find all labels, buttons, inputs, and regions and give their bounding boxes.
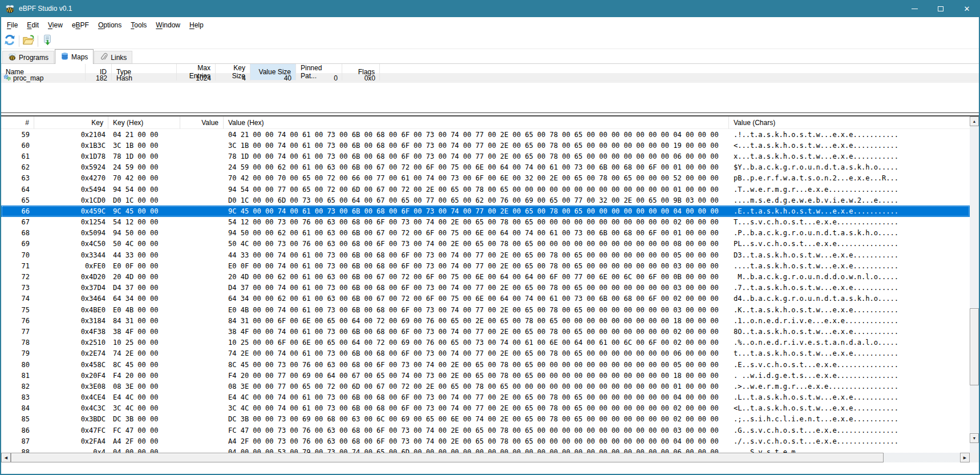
cell-value-chars: .E..s.v.c.h.o.s.t...e.x.e............... xyxy=(729,361,970,369)
entry-row-61[interactable]: 610x1D7878 1D 00 0078 1D 00 00 74 00 61 … xyxy=(1,151,970,162)
cell-key-hex: E0 0F 00 00 xyxy=(108,262,180,270)
entry-row-84[interactable]: 840x4C3C3C 4C 00 003C 4C 00 00 74 00 61 … xyxy=(1,403,970,414)
cell-num: 64 xyxy=(1,186,34,194)
entry-row-87[interactable]: 870x2FA4A4 2F 00 00A4 2F 00 00 73 00 76 … xyxy=(1,436,970,446)
cell-num: 79 xyxy=(1,349,34,357)
scroll-left-icon[interactable]: ◀ xyxy=(1,453,11,462)
cell-key: 0x1CD0 xyxy=(34,196,108,204)
horizontal-scrollbar-thumb[interactable] xyxy=(11,453,884,462)
tab-links[interactable]: Links xyxy=(94,51,132,63)
title-bar: eBPF Studio v0.1 ✕ xyxy=(0,0,980,17)
entry-row-74[interactable]: 740x346464 34 00 0064 34 00 00 62 00 61 … xyxy=(1,293,970,304)
scroll-up-icon[interactable]: ▲ xyxy=(970,116,979,126)
menu-edit[interactable]: Edit xyxy=(22,18,43,32)
entry-row-88[interactable]: 880x404 00 00 0004 00 00 00 53 00 79 00 … xyxy=(1,446,970,453)
scroll-right-icon[interactable]: ▶ xyxy=(960,453,970,462)
horizontal-scrollbar[interactable]: ◀ ▶ xyxy=(1,453,970,462)
cell-key-hex: 20 4D 00 00 xyxy=(108,273,180,281)
entry-row-67[interactable]: 670x125454 12 00 0054 12 00 00 73 00 76 … xyxy=(1,217,970,228)
entry-row-83[interactable]: 830x4CE4E4 4C 00 00E4 4C 00 00 74 00 61 … xyxy=(1,392,970,403)
refresh-button[interactable] xyxy=(1,34,18,49)
cell-key-hex: 50 4C 00 00 xyxy=(108,240,180,248)
entry-row-75[interactable]: 750x4BE0E0 4B 00 00E0 4B 00 00 74 00 61 … xyxy=(1,304,970,315)
cell-key-hex: 94 50 00 00 xyxy=(108,229,180,237)
cell-value-chars: .1..o.n.e.d.r.i.v.e...e.x.e............. xyxy=(729,317,970,325)
cell-key: 0x5094 xyxy=(34,229,108,237)
scroll-down-icon[interactable]: ▼ xyxy=(970,433,979,443)
entry-row-71[interactable]: 710xFE0E0 0F 00 00E0 0F 00 00 74 00 61 0… xyxy=(1,260,970,271)
entry-row-72[interactable]: 720x4D2020 4D 00 0020 4D 00 00 62 00 61 … xyxy=(1,271,970,282)
cell-key-hex: 9C 45 00 00 xyxy=(108,207,180,215)
entry-row-81[interactable]: 810x20F4F4 20 00 00F4 20 00 00 77 00 69 … xyxy=(1,370,970,381)
cell-value-chars: M..b.a.c.k.g.r.o.u.n.d.d.o.w.n.l.o..... xyxy=(729,273,970,281)
vertical-scrollbar[interactable]: ▲ ▼ xyxy=(970,116,979,453)
entry-row-65[interactable]: 650x1CD0D0 1C 00 00D0 1C 00 00 6D 00 73 … xyxy=(1,195,970,206)
menu-view[interactable]: View xyxy=(43,18,67,32)
tab-label: Links xyxy=(111,54,127,62)
entry-row-78[interactable]: 780x251010 25 00 0010 25 00 00 6F 00 6E … xyxy=(1,337,970,348)
column-header-key[interactable]: Key xyxy=(34,116,108,129)
cell-value-chars: PL..s.v.c.h.o.s.t...e.x.e............... xyxy=(729,240,970,248)
entry-row-69[interactable]: 690x4C5050 4C 00 0050 4C 00 00 73 00 76 … xyxy=(1,239,970,249)
entry-row-66[interactable]: 660x459C9C 45 00 009C 45 00 00 74 00 61 … xyxy=(1,206,970,216)
column-header-value-chars[interactable]: Value (Chars) xyxy=(729,116,970,129)
menu-ebpf[interactable]: eBPF xyxy=(67,18,94,32)
window-title: eBPF Studio v0.1 xyxy=(19,5,72,13)
entry-row-64[interactable]: 640x549494 54 00 0094 54 00 00 77 00 65 … xyxy=(1,184,970,195)
menu-file[interactable]: File xyxy=(2,18,22,32)
maximize-button[interactable] xyxy=(928,0,954,17)
entry-row-59[interactable]: 590x210404 21 00 0004 21 00 00 74 00 61 … xyxy=(1,129,970,140)
entry-row-60[interactable]: 600x1B3C3C 1B 00 003C 1B 00 00 74 00 61 … xyxy=(1,140,970,151)
cell-num: 86 xyxy=(1,426,34,434)
cell-key-hex: E4 4C 00 00 xyxy=(108,393,180,401)
open-file-button[interactable] xyxy=(20,34,37,49)
tab-label: Programs xyxy=(19,54,48,62)
cell-value-hex: DC 3B 00 00 73 00 69 00 68 00 63 00 6C 0… xyxy=(224,415,729,423)
menu-window[interactable]: Window xyxy=(151,18,185,32)
entry-row-79[interactable]: 790x2E7474 2E 00 0074 2E 00 00 74 00 61 … xyxy=(1,348,970,359)
cell-key: 0x37D4 xyxy=(34,284,108,292)
cell-num: 73 xyxy=(1,284,34,292)
cell-value-hex: 24 59 00 00 62 00 61 00 63 00 6B 00 67 0… xyxy=(224,163,729,171)
vertical-scrollbar-thumb[interactable] xyxy=(970,308,979,385)
entry-row-73[interactable]: 730x37D4D4 37 00 00D4 37 00 00 74 00 61 … xyxy=(1,283,970,293)
tab-strip: ProgramsMapsLinks xyxy=(1,49,979,64)
cell-value-chars: T...s.v.c.h.o.s.t...e.x.e............... xyxy=(729,218,970,226)
column-header-value[interactable]: Value xyxy=(180,116,224,129)
entry-row-80[interactable]: 800x458C8C 45 00 008C 45 00 00 73 00 76 … xyxy=(1,359,970,370)
tab-maps[interactable]: Maps xyxy=(55,49,94,64)
cell-key-hex: A4 2F 00 00 xyxy=(108,437,180,445)
entry-row-82[interactable]: 820x3E0808 3E 00 0008 3E 00 00 77 00 65 … xyxy=(1,381,970,392)
cell-value-chars: ....t.a.s.k.h.o.s.t.w...e.x.e........... xyxy=(729,262,970,270)
entries-rows: 590x210404 21 00 0004 21 00 00 74 00 61 … xyxy=(1,129,970,453)
column-header-filler xyxy=(380,64,979,80)
cell-num: 78 xyxy=(1,339,34,347)
column-header-num[interactable]: # xyxy=(1,116,34,129)
entry-row-70[interactable]: 700x334444 33 00 0044 33 00 00 74 00 61 … xyxy=(1,249,970,260)
entry-row-77[interactable]: 770x4F3838 4F 00 0038 4F 00 00 74 00 61 … xyxy=(1,326,970,337)
tab-programs[interactable]: Programs xyxy=(2,51,54,63)
close-button[interactable]: ✕ xyxy=(954,0,980,17)
cell-key-hex: 94 54 00 00 xyxy=(108,186,180,194)
column-header-key-hex[interactable]: Key (Hex) xyxy=(108,116,180,129)
cell-value-hex: 50 4C 00 00 73 00 76 00 63 00 68 00 6F 0… xyxy=(224,240,729,248)
entry-row-62[interactable]: 620x592424 59 00 0024 59 00 00 62 00 61 … xyxy=(1,162,970,173)
minimize-button[interactable] xyxy=(901,0,928,17)
cell-key: 0x4C3C xyxy=(34,404,108,412)
entry-row-85[interactable]: 850x3BDCDC 3B 00 00DC 3B 00 00 73 00 69 … xyxy=(1,414,970,425)
entry-row-76[interactable]: 760x318484 31 00 0084 31 00 00 6F 00 6E … xyxy=(1,315,970,326)
cell-value-chars: pB..p.e.r.f.w.a.t.s.o.n.2...e.x.e...R... xyxy=(729,174,970,182)
entries-panel: # Key Key (Hex) Value Value (Hex) Value … xyxy=(1,116,970,453)
column-header-value-hex[interactable]: Value (Hex) xyxy=(224,116,729,129)
menu-help[interactable]: Help xyxy=(185,18,208,32)
cell-key-hex: 10 25 00 00 xyxy=(108,339,180,347)
entry-row-63[interactable]: 630x427070 42 00 0070 42 00 00 70 00 65 … xyxy=(1,173,970,184)
menu-tools[interactable]: Tools xyxy=(126,18,151,32)
panel-splitter[interactable] xyxy=(1,112,979,116)
cell-key: 0x4C50 xyxy=(34,240,108,248)
menu-options[interactable]: Options xyxy=(94,18,126,32)
entry-row-68[interactable]: 680x509494 50 00 0094 50 00 00 62 00 61 … xyxy=(1,228,970,239)
load-program-button[interactable] xyxy=(39,34,56,49)
cell-value-hex: 10 25 00 00 6F 00 6E 00 65 00 64 00 72 0… xyxy=(224,339,729,347)
entry-row-86[interactable]: 860x47FCFC 47 00 00FC 47 00 00 73 00 76 … xyxy=(1,425,970,436)
